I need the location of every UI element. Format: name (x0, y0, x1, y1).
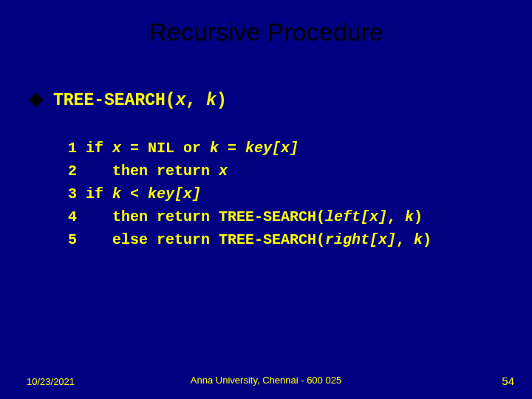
line5-close: ) (423, 231, 432, 248)
line1-k: k (210, 140, 219, 157)
arg-k: k (206, 91, 216, 110)
code-line-1: 1 if x = NIL or k = key[x] (68, 137, 510, 160)
proc-close: ) (216, 91, 227, 110)
line3-mid: < (121, 185, 148, 202)
code-line-2: 2 then return x (68, 160, 510, 183)
line4-leftx: left[x] (325, 208, 387, 225)
line2-x: x (219, 163, 228, 180)
line5-rightx: right[x] (325, 231, 396, 248)
line4-close: ) (414, 208, 423, 225)
line2-prefix: 2 then return (68, 163, 219, 180)
line5-sep: , (396, 231, 414, 248)
arg-sep: , (185, 91, 206, 110)
arg-x: x (176, 91, 186, 110)
footer-date: 10/23/2021 (27, 376, 75, 387)
slide-content: TREE-SEARCH(x, k) 1 if x = NIL or k = ke… (0, 47, 532, 251)
line3-k: k (112, 185, 121, 202)
line4-sep: , (387, 208, 405, 225)
line3-prefix: 3 if (68, 185, 112, 202)
footer-page-number: 54 (502, 375, 514, 387)
diamond-bullet-icon (29, 92, 44, 107)
line5-prefix: 5 else return TREE-SEARCH( (68, 231, 325, 248)
pseudocode-block: 1 if x = NIL or k = key[x] 2 then return… (31, 137, 510, 251)
line1-prefix: 1 if (68, 140, 112, 157)
slide-title: Recursive Procedure (0, 0, 532, 47)
proc-name: TREE-SEARCH( (53, 91, 176, 110)
procedure-signature: TREE-SEARCH(x, k) (53, 91, 227, 110)
footer-affiliation: Anna University, Chennai - 600 025 (191, 375, 341, 386)
line5-k: k (414, 231, 423, 248)
line4-prefix: 4 then return TREE-SEARCH( (68, 208, 325, 225)
code-line-3: 3 if k < key[x] (68, 183, 510, 205)
code-line-4: 4 then return TREE-SEARCH(left[x], k) (68, 205, 510, 228)
line3-keyx: key[x] (148, 185, 201, 202)
line1-keyx: key[x] (245, 140, 299, 157)
line1-mid2: = (219, 140, 245, 157)
line1-mid1: = NIL or (121, 140, 210, 157)
procedure-heading: TREE-SEARCH(x, k) (31, 91, 510, 110)
slide-footer: 10/23/2021 Anna University, Chennai - 60… (0, 375, 532, 387)
line1-x: x (112, 140, 121, 157)
code-line-5: 5 else return TREE-SEARCH(right[x], k) (68, 228, 510, 251)
line4-k: k (405, 208, 414, 225)
